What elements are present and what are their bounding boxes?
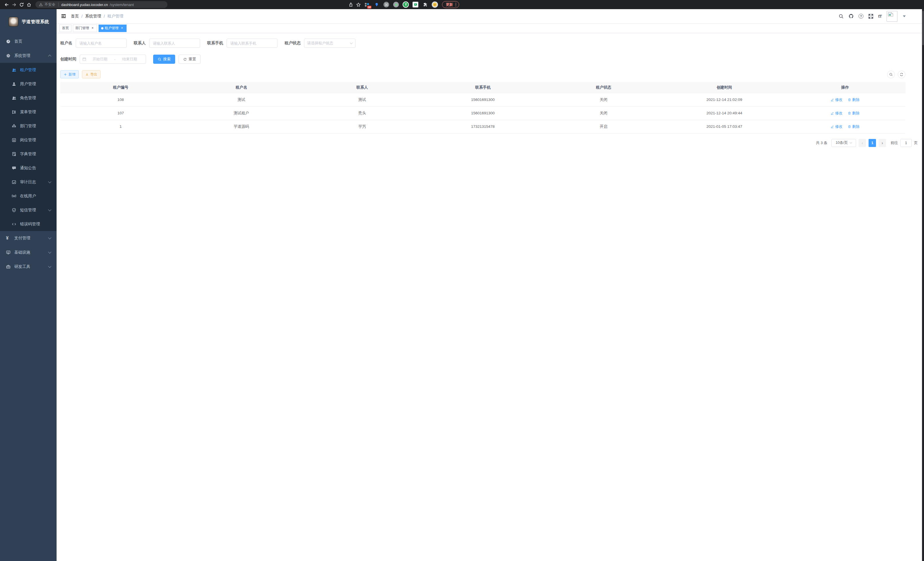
sidebar-item-label: 菜单管理: [20, 110, 36, 115]
browser-back-button[interactable]: [3, 1, 10, 8]
extension-pin-icon[interactable]: [373, 1, 380, 8]
col-phone: 联系手机: [423, 82, 462, 93]
chevron-down-icon: [48, 265, 51, 268]
sidebar-item-notice[interactable]: 通知公告: [0, 161, 57, 175]
share-icon[interactable]: [347, 1, 355, 8]
system-submenu: 租户管理 用户管理 角色管理 菜单管理 部门管理 岗位管理: [0, 63, 57, 231]
browser-forward-button[interactable]: [10, 1, 18, 8]
table-row: 107 测试租户 秃头 15601691300 关闭 2021-12-14 20…: [60, 106, 462, 120]
browser-toolbar: 不安全 dashboard.yudao.iocoder.cn/system/te…: [0, 0, 462, 9]
browser-reload-button[interactable]: [18, 1, 25, 8]
sidebar-item-label: 短信管理: [20, 208, 36, 213]
sidebar-item-label: 通知公告: [20, 165, 36, 171]
breadcrumb: 首页 / 系统管理 / 租户管理: [71, 14, 123, 19]
sidebar-item-tenant[interactable]: 租户管理: [0, 63, 57, 77]
not-secure-warning-icon[interactable]: [39, 3, 43, 7]
sidebar-item-dev-tools[interactable]: 研发工具: [0, 260, 57, 274]
col-tenant-id: 租户编号: [60, 82, 181, 93]
breadcrumb-home[interactable]: 首页: [71, 14, 79, 19]
chevron-down-icon: [350, 41, 353, 44]
breadcrumb-separator: /: [104, 14, 105, 19]
sidebar-item-label: 部门管理: [20, 123, 36, 129]
status-select[interactable]: 请选择租户状态: [304, 39, 356, 48]
chrome-update-menu-button[interactable]: 更新: [442, 1, 459, 8]
phone-input[interactable]: [226, 39, 278, 48]
toolbox-icon: [6, 265, 10, 269]
reset-button[interactable]: 重置: [178, 55, 201, 64]
user-icon: [12, 82, 16, 86]
table-header-row: 租户编号 租户名 联系人 联系手机 租户状态 创建时间 操作: [60, 82, 462, 93]
extensions-puzzle-icon[interactable]: [422, 1, 429, 8]
page-content: 租户名 联系人 联系手机 租户状态 请选择租户状态: [57, 33, 462, 147]
extension-command-icon[interactable]: [383, 1, 390, 8]
yen-icon: ¥: [6, 236, 10, 241]
breadcrumb-system[interactable]: 系统管理: [85, 14, 101, 19]
end-date-placeholder[interactable]: 结束日期: [116, 57, 143, 62]
sidebar-item-label: 角色管理: [20, 96, 36, 101]
extension-recorder-icon[interactable]: [393, 1, 399, 8]
dictionary-icon: [12, 152, 16, 156]
close-icon[interactable]: ×: [120, 26, 124, 30]
sidebar-item-error-code[interactable]: 错误码管理: [0, 217, 57, 231]
sidebar-item-label: 审计日志: [20, 180, 36, 185]
date-separator: -: [114, 57, 116, 62]
browser-home-button[interactable]: [25, 1, 33, 8]
id-badge-icon: [12, 138, 16, 142]
sidebar-item-dict[interactable]: 字典管理: [0, 147, 57, 161]
users-icon: [12, 96, 16, 100]
tab-tenant[interactable]: 租户管理×: [99, 25, 127, 32]
profile-avatar-icon[interactable]: [431, 1, 438, 8]
start-date-placeholder[interactable]: 开始日期: [86, 57, 114, 62]
contact-input[interactable]: [149, 39, 200, 48]
sidebar-item-role[interactable]: 角色管理: [0, 91, 57, 105]
security-label[interactable]: 不安全: [45, 2, 56, 7]
sidebar-item-label: 错误码管理: [20, 222, 40, 227]
kebab-menu-icon: [455, 3, 456, 7]
main-area: 首页 / 系统管理 / 租户管理 ? tT 首页 部门管理× 租户管理×: [57, 9, 462, 281]
sidebar-item-label: 首页: [14, 39, 22, 44]
app-logo-row[interactable]: 芋道管理系统: [0, 9, 57, 34]
sidebar-item-payment[interactable]: ¥ 支付管理: [0, 231, 57, 245]
sidebar-item-label: 字典管理: [20, 152, 36, 157]
extension-chat-icon[interactable]: [412, 1, 419, 8]
sidebar-item-audit-log[interactable]: 审计日志: [0, 175, 57, 189]
table-row: 108 测试 测试 15601691300 关闭 2021-12-14 21:0…: [60, 93, 462, 106]
extension-tampermonkey-icon[interactable]: 10: [363, 1, 370, 8]
date-range-picker[interactable]: 开始日期 - 结束日期: [80, 55, 146, 64]
gear-icon: [6, 53, 10, 58]
sidebar-item-post[interactable]: 岗位管理: [0, 133, 57, 147]
code-icon: [12, 222, 16, 226]
bookmark-star-icon[interactable]: [355, 1, 362, 8]
dashboard-icon: [6, 39, 10, 44]
sidebar-item-system[interactable]: 系统管理: [0, 49, 57, 63]
address-bar[interactable]: 不安全 dashboard.yudao.iocoder.cn/system/te…: [35, 1, 167, 8]
export-button[interactable]: 导出: [82, 70, 100, 78]
chevron-up-icon: [48, 55, 51, 58]
sidebar-item-dept[interactable]: 部门管理: [0, 119, 57, 133]
sidebar-item-menu[interactable]: 菜单管理: [0, 105, 57, 119]
tenant-table: 租户编号 租户名 联系人 联系手机 租户状态 创建时间 操作 108 测试 测试: [60, 82, 462, 134]
menu-tree-icon: [12, 110, 16, 114]
tab-home[interactable]: 首页: [59, 25, 71, 32]
sidebar-item-online-user[interactable]: 在线用户: [0, 189, 57, 203]
tenant-name-input[interactable]: [76, 39, 127, 48]
infrastructure-icon: [6, 250, 10, 255]
sidebar-item-infrastructure[interactable]: 基础设施: [0, 245, 57, 260]
chevron-down-icon: [48, 180, 51, 183]
sidebar-item-home[interactable]: 首页: [0, 34, 57, 49]
sidebar-item-sms[interactable]: 短信管理: [0, 203, 57, 217]
filter-label: 租户名: [60, 41, 72, 46]
close-icon[interactable]: ×: [91, 26, 94, 30]
add-button[interactable]: 新增: [60, 70, 79, 78]
extension-y-icon[interactable]: Y: [402, 1, 409, 8]
filter-status: 租户状态 请选择租户状态: [285, 39, 356, 48]
filter-contact: 联系人: [134, 39, 200, 48]
url-host: dashboard.yudao.iocoder.cn: [62, 3, 108, 7]
sidebar-collapse-icon[interactable]: [57, 14, 69, 19]
chevron-down-icon: [48, 236, 51, 239]
filter-row-1: 租户名 联系人 联系手机 租户状态 请选择租户状态: [60, 39, 462, 48]
sidebar-item-label: 支付管理: [14, 236, 30, 241]
tab-dept[interactable]: 部门管理×: [73, 25, 97, 32]
sidebar-item-user[interactable]: 用户管理: [0, 77, 57, 91]
search-button[interactable]: 搜索: [153, 55, 175, 64]
